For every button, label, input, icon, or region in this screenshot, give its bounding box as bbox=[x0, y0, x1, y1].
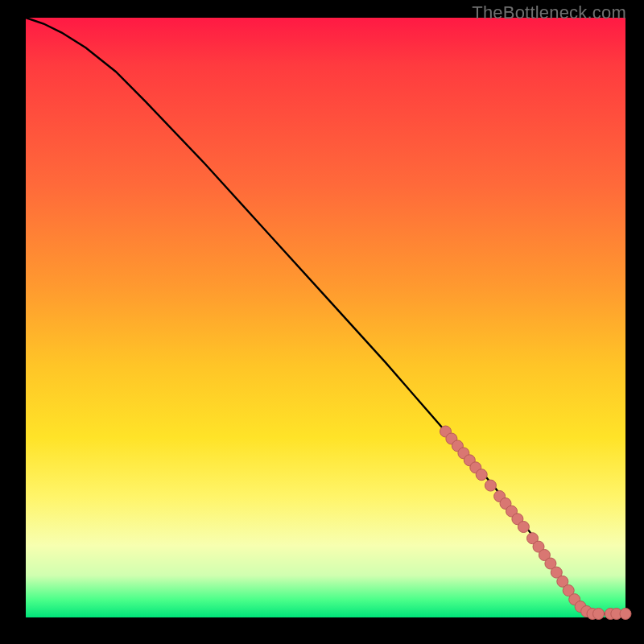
data-points bbox=[440, 426, 632, 620]
data-point bbox=[518, 522, 529, 533]
data-point bbox=[485, 480, 496, 491]
chart-frame: TheBottleneck.com bbox=[0, 0, 644, 644]
chart-overlay bbox=[26, 18, 625, 617]
bottleneck-curve bbox=[26, 18, 625, 614]
watermark-text: TheBottleneck.com bbox=[472, 2, 626, 23]
data-point bbox=[620, 609, 631, 620]
data-point bbox=[476, 469, 487, 481]
data-point bbox=[593, 609, 605, 620]
